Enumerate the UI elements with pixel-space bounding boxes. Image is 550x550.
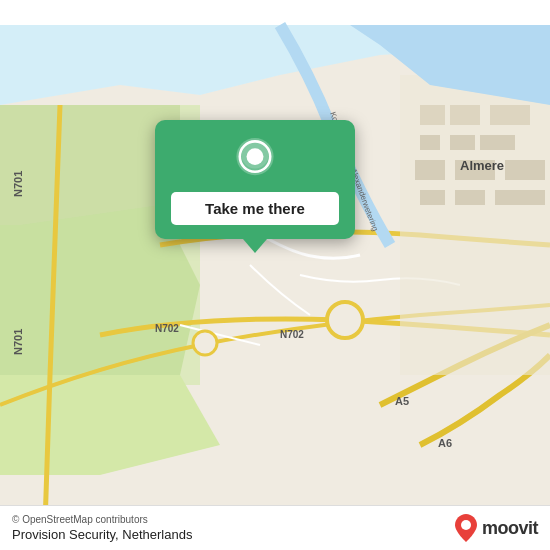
svg-rect-7 (420, 105, 445, 125)
svg-rect-9 (490, 105, 530, 125)
bottom-bar: © OpenStreetMap contributors Provision S… (0, 505, 550, 550)
location-pin-icon (233, 138, 277, 182)
svg-text:A6: A6 (438, 437, 452, 449)
svg-text:A5: A5 (395, 395, 409, 407)
svg-rect-12 (480, 135, 515, 150)
location-text: Provision Security, Netherlands (12, 527, 192, 542)
svg-rect-8 (450, 105, 480, 125)
svg-rect-18 (495, 190, 545, 205)
map-background: N701 N701 N702 N702 N702 A5 A6 Almere Ko… (0, 0, 550, 550)
moovit-logo[interactable]: moovit (455, 514, 538, 542)
svg-point-20 (327, 302, 363, 338)
svg-rect-17 (455, 190, 485, 205)
svg-rect-10 (420, 135, 440, 150)
svg-point-21 (193, 331, 217, 355)
svg-rect-16 (420, 190, 445, 205)
svg-text:N701: N701 (12, 329, 24, 355)
svg-text:Almere: Almere (460, 158, 504, 173)
copyright-text: © OpenStreetMap contributors (12, 514, 192, 525)
svg-text:N701: N701 (12, 171, 24, 197)
bottom-left: © OpenStreetMap contributors Provision S… (12, 514, 192, 542)
svg-point-35 (461, 520, 471, 530)
take-me-there-button[interactable]: Take me there (171, 192, 339, 225)
svg-rect-13 (415, 160, 445, 180)
moovit-wordmark: moovit (482, 518, 538, 539)
svg-text:N702: N702 (280, 329, 304, 340)
map-container: N701 N701 N702 N702 N702 A5 A6 Almere Ko… (0, 0, 550, 550)
svg-rect-11 (450, 135, 475, 150)
svg-text:N702: N702 (155, 323, 179, 334)
svg-point-34 (247, 148, 264, 165)
popup-card: Take me there (155, 120, 355, 239)
svg-rect-15 (505, 160, 545, 180)
moovit-pin-icon (455, 514, 477, 542)
